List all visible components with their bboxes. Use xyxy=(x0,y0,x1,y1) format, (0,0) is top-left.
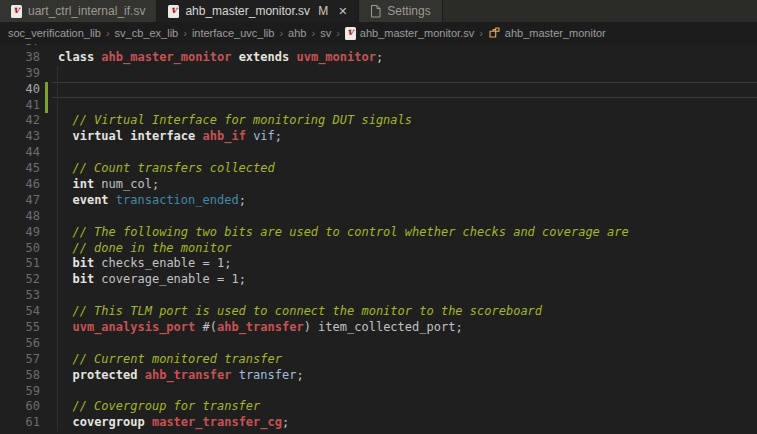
current-line-highlight xyxy=(52,82,757,98)
line-number: 58 xyxy=(0,368,40,384)
line-number: 50 xyxy=(0,241,40,257)
breadcrumb-item-soc_verification_lib[interactable]: soc_verification_lib xyxy=(8,27,101,39)
breadcrumb-separator: › xyxy=(183,27,187,39)
breadcrumb-label: soc_verification_lib xyxy=(8,27,101,39)
indent-guide xyxy=(57,145,58,161)
git-added-indicator xyxy=(45,82,48,98)
close-icon[interactable]: ✕ xyxy=(338,6,347,17)
indent-guide xyxy=(57,209,58,225)
file-icon xyxy=(370,5,381,18)
indent-guide xyxy=(57,288,58,304)
line-number: 55 xyxy=(0,320,40,336)
code-text: // This TLM port is used to connect the … xyxy=(58,304,542,320)
line-number: 51 xyxy=(0,256,40,272)
code-line-47[interactable]: 47 event transaction_ended; xyxy=(0,193,757,209)
git-modified-badge: M xyxy=(318,4,328,18)
line-number: 40 xyxy=(0,82,40,98)
code-line-51[interactable]: 51 bit checks_enable = 1; xyxy=(0,256,757,272)
indent-guide xyxy=(57,384,58,400)
line-number: 38 xyxy=(0,50,40,66)
line-number: 52 xyxy=(0,272,40,288)
line-number: 47 xyxy=(0,193,40,209)
code-line-40[interactable]: 40 xyxy=(0,82,757,98)
breadcrumb-item-ahb[interactable]: ahb xyxy=(288,27,306,39)
breadcrumb-separator: › xyxy=(336,27,340,39)
breadcrumb-label: ahb_master_monitor.sv xyxy=(360,27,474,39)
line-number: 61 xyxy=(0,415,40,431)
code-text: bit checks_enable = 1; xyxy=(58,256,231,272)
breadcrumb-label: ahb_master_monitor xyxy=(505,27,606,39)
code-line-50[interactable]: 50 // done in the monitor xyxy=(0,241,757,257)
code-text: event transaction_ended; xyxy=(58,193,246,209)
code-line-56[interactable]: 56 xyxy=(0,336,757,352)
code-text: bit coverage_enable = 1; xyxy=(58,272,246,288)
code-text: protected ahb_transfer transfer; xyxy=(58,368,304,384)
code-line-45[interactable]: 45 // Count transfers collected xyxy=(0,161,757,177)
code-text: int num_col; xyxy=(58,177,159,193)
line-number: 48 xyxy=(0,209,40,225)
breadcrumb-item-sv_cb_ex_lib[interactable]: sv_cb_ex_lib xyxy=(115,27,179,39)
tab-settings[interactable]: Settings xyxy=(359,0,442,22)
git-added-indicator xyxy=(45,98,48,114)
code-line-58[interactable]: 58 protected ahb_transfer transfer; xyxy=(0,368,757,384)
editor-tab-bar: v uart_ctrl_internal_if.sv v ahb_master_… xyxy=(0,0,757,22)
line-number: 49 xyxy=(0,225,40,241)
line-number: 44 xyxy=(0,145,40,161)
systemverilog-file-icon: v xyxy=(11,5,22,18)
code-line-55[interactable]: 55 uvm_analysis_port #(ahb_transfer) ite… xyxy=(0,320,757,336)
code-text: class ahb_master_monitor extends uvm_mon… xyxy=(58,50,383,66)
line-number: 46 xyxy=(0,177,40,193)
code-line-41[interactable]: 41 xyxy=(0,98,757,114)
code-line-49[interactable]: 49 // The following two bits are used to… xyxy=(0,225,757,241)
breadcrumb-label: sv xyxy=(320,27,331,39)
code-line-48[interactable]: 48 xyxy=(0,209,757,225)
line-number: 56 xyxy=(0,336,40,352)
code-text: covergroup master_transfer_cg; xyxy=(58,415,289,431)
line-number: 54 xyxy=(0,304,40,320)
line-number: 45 xyxy=(0,161,40,177)
code-text: uvm_analysis_port #(ahb_transfer) item_c… xyxy=(58,320,463,336)
code-text: // Covergroup for transfer xyxy=(58,399,260,415)
breadcrumb-label: interface_uvc_lib xyxy=(192,27,275,39)
code-line-44[interactable]: 44 xyxy=(0,145,757,161)
code-line-57[interactable]: 57 // Current monitored transfer xyxy=(0,352,757,368)
systemverilog-file-icon: v xyxy=(168,5,179,18)
class-symbol-icon xyxy=(488,26,501,41)
line-number: 60 xyxy=(0,399,40,415)
line-number: 59 xyxy=(0,384,40,400)
code-line-39[interactable]: 39 xyxy=(0,66,757,82)
tab-label: uart_ctrl_internal_if.sv xyxy=(28,4,145,18)
indent-guide xyxy=(57,66,58,82)
code-line-53[interactable]: 53 xyxy=(0,288,757,304)
breadcrumb-item-interface_uvc_lib[interactable]: interface_uvc_lib xyxy=(192,27,275,39)
breadcrumb: soc_verification_lib›sv_cb_ex_lib›interf… xyxy=(0,22,757,44)
breadcrumb-separator: › xyxy=(479,27,483,39)
line-number: 43 xyxy=(0,129,40,145)
code-line-46[interactable]: 46 int num_col; xyxy=(0,177,757,193)
line-number: 57 xyxy=(0,352,40,368)
line-number: 41 xyxy=(0,98,40,114)
code-line-60[interactable]: 60 // Covergroup for transfer xyxy=(0,399,757,415)
tab-uart-ctrl-internal-if[interactable]: v uart_ctrl_internal_if.sv xyxy=(0,0,157,22)
code-text: // The following two bits are used to co… xyxy=(58,225,629,241)
systemverilog-file-icon: v xyxy=(345,27,356,40)
code-line-54[interactable]: 54 // This TLM port is used to connect t… xyxy=(0,304,757,320)
code-line-42[interactable]: 42 // Virtual Interface for monitoring D… xyxy=(0,113,757,129)
breadcrumb-item-sv[interactable]: sv xyxy=(320,27,331,39)
code-text: // Count transfers collected xyxy=(58,161,275,177)
code-line-61[interactable]: 61 covergroup master_transfer_cg; xyxy=(0,415,757,431)
tab-label: Settings xyxy=(387,4,430,18)
code-line-59[interactable]: 59 xyxy=(0,384,757,400)
line-number: 42 xyxy=(0,113,40,129)
code-line-38[interactable]: 38class ahb_master_monitor extends uvm_m… xyxy=(0,50,757,66)
breadcrumb-label: ahb xyxy=(288,27,306,39)
breadcrumb-item-ahb_master_monitor[interactable]: ahb_master_monitor xyxy=(488,26,606,41)
code-editor[interactable]: 3738class ahb_master_monitor extends uvm… xyxy=(0,44,757,434)
code-line-43[interactable]: 43 virtual interface ahb_if vif; xyxy=(0,129,757,145)
breadcrumb-separator: › xyxy=(279,27,283,39)
code-line-52[interactable]: 52 bit coverage_enable = 1; xyxy=(0,272,757,288)
tab-ahb-master-monitor[interactable]: v ahb_master_monitor.sv M ✕ xyxy=(157,0,359,22)
code-text: // Current monitored transfer xyxy=(58,352,282,368)
breadcrumb-item-ahb_master_monitor.sv[interactable]: vahb_master_monitor.sv xyxy=(345,27,474,40)
indent-guide xyxy=(57,336,58,352)
